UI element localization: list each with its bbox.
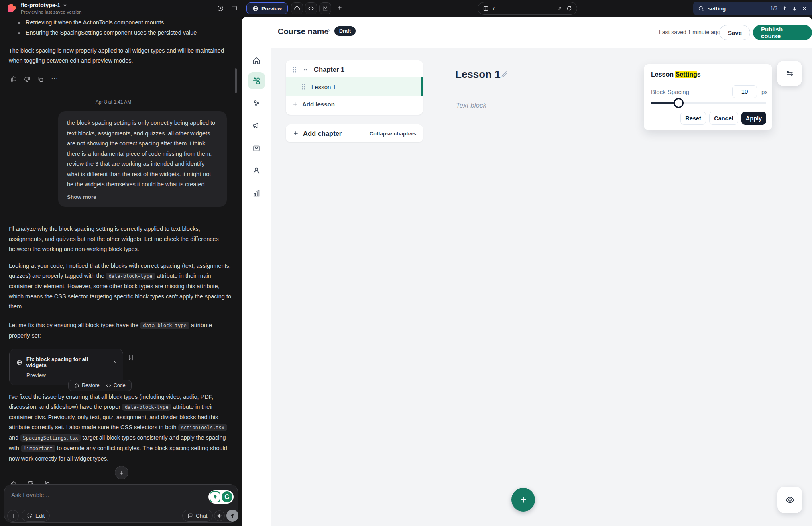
open-external-icon[interactable]: [557, 6, 562, 11]
topbar: flc-prototype-1 Previewing last saved ve…: [0, 0, 812, 17]
add-chapter-card: Add chapter Collapse chapters: [286, 124, 423, 142]
drag-handle-icon[interactable]: [292, 67, 297, 73]
publish-course-button[interactable]: Publish course: [753, 25, 812, 40]
preview-eye-button[interactable]: [777, 487, 802, 513]
settings-toggle-button[interactable]: [777, 61, 802, 86]
app-nav-rail: [242, 17, 271, 526]
draft-badge: Draft: [334, 26, 356, 36]
nav-courses-active[interactable]: [248, 72, 265, 89]
edit-lesson-title-icon[interactable]: [501, 71, 508, 78]
code-chip: data-block-type: [122, 404, 171, 411]
chapter-title: Chapter 1: [314, 66, 344, 73]
reset-button[interactable]: Reset: [680, 112, 706, 125]
assistant-paragraph: I'll analyze why the block spacing setti…: [9, 224, 229, 254]
assistant-paragraph: Looking at your code, I noticed that the…: [9, 261, 232, 312]
copy-icon[interactable]: [37, 76, 44, 82]
settings-title: Lesson Settings: [651, 71, 701, 78]
find-counter: 1/3: [771, 6, 777, 11]
find-next-icon[interactable]: [792, 6, 798, 12]
shapes-icon: [252, 76, 261, 85]
history-icon[interactable]: [217, 5, 224, 12]
code-chip: ActionTools.tsx: [178, 424, 227, 431]
voice-button[interactable]: [214, 510, 225, 521]
grammarly-widget[interactable]: G: [208, 490, 234, 504]
restore-icon: [74, 383, 79, 388]
thumbs-up-icon[interactable]: [10, 75, 17, 82]
text-block-placeholder[interactable]: Text block: [456, 102, 486, 110]
chevron-down-icon: [63, 3, 67, 8]
add-chapter-button[interactable]: Add chapter: [303, 130, 342, 137]
chat-panel: Retrieving it when the ActionTools compo…: [0, 17, 242, 526]
course-title: Course name: [278, 27, 329, 36]
send-button[interactable]: [226, 510, 238, 522]
restore-button[interactable]: Restore: [74, 383, 100, 388]
project-name: flc-prototype-1: [21, 2, 60, 8]
unit-label: px: [761, 88, 768, 95]
chat-scrollbar[interactable]: [235, 68, 237, 93]
add-lesson-button[interactable]: Add lesson: [286, 96, 423, 112]
lightbulb-icon: [210, 491, 220, 502]
last-saved-text: Last saved 1 minute ago: [659, 29, 720, 35]
sliders-icon: [786, 69, 794, 78]
cloud-icon: [294, 5, 300, 12]
find-close-icon[interactable]: [802, 6, 807, 11]
cancel-button[interactable]: Cancel: [709, 112, 738, 125]
nav-marketing-icon[interactable]: [252, 121, 261, 130]
save-button[interactable]: Save: [719, 25, 750, 40]
fix-card-preview-link[interactable]: Preview: [10, 368, 123, 378]
message-timestamp: Apr 8 at 1:41 AM: [0, 99, 227, 105]
apply-button[interactable]: Apply: [741, 112, 766, 125]
edit-course-name-icon[interactable]: [324, 28, 331, 35]
thumbs-down-icon[interactable]: [24, 76, 31, 83]
code-button[interactable]: [305, 2, 317, 14]
lovable-logo-icon[interactable]: [6, 3, 17, 14]
chat-bubble-icon: [187, 513, 193, 518]
lesson-settings-panel: Lesson Settings Block Spacing 10 px Rese…: [644, 64, 772, 130]
nav-store-icon[interactable]: [252, 144, 261, 153]
nav-analytics-icon[interactable]: [252, 189, 261, 198]
refresh-icon[interactable]: [566, 6, 572, 11]
lesson-list-item[interactable]: Lesson 1: [286, 77, 423, 96]
panel-toggle-icon[interactable]: [231, 5, 238, 12]
select-icon: [27, 513, 33, 518]
preview-button[interactable]: Preview: [246, 2, 288, 14]
cloud-button[interactable]: [291, 2, 303, 14]
chat-input-box[interactable]: Ask Lovable... G Edit Chat: [4, 484, 238, 523]
eye-icon: [785, 495, 795, 505]
scroll-to-bottom-button[interactable]: [115, 466, 128, 479]
more-actions-icon[interactable]: ⋯: [51, 74, 58, 83]
analytics-button[interactable]: [319, 2, 331, 14]
bullet-item: Ensuring the SpacingSettings component u…: [26, 28, 226, 38]
drag-handle-icon[interactable]: [301, 84, 306, 90]
slider-thumb[interactable]: [674, 98, 684, 108]
collapse-chapters-button[interactable]: Collapse chapters: [370, 130, 416, 137]
add-block-fab[interactable]: [511, 488, 535, 512]
block-spacing-input[interactable]: 10: [732, 85, 757, 98]
nav-community-icon[interactable]: [252, 99, 261, 108]
bookmark-icon[interactable]: [128, 354, 134, 361]
attach-button[interactable]: [7, 510, 19, 522]
edit-mode-button[interactable]: Edit: [22, 510, 50, 522]
code-chip: SpacingSettings.tsx: [20, 434, 81, 442]
chat-mode-button[interactable]: Chat: [182, 510, 213, 522]
assistant-summary: The block spacing is now properly applie…: [9, 46, 229, 66]
add-tab-icon[interactable]: [336, 4, 343, 11]
bullet-icon: [18, 22, 20, 24]
nav-home-icon[interactable]: [252, 56, 261, 65]
find-prev-icon[interactable]: [781, 6, 788, 12]
show-more-link[interactable]: Show more: [67, 194, 218, 200]
project-name-menu[interactable]: flc-prototype-1: [21, 2, 67, 8]
url-bar[interactable]: /: [478, 2, 577, 15]
grammarly-icon: G: [222, 491, 232, 502]
assistant-paragraph: I've fixed the issue by ensuring that al…: [9, 392, 234, 464]
collapse-chapter-icon[interactable]: [303, 67, 308, 73]
plus-icon: [519, 495, 528, 504]
plus-icon: [293, 130, 299, 137]
code-button[interactable]: Code: [106, 383, 126, 388]
assistant-paragraph: Let me fix this by ensuring all block ty…: [9, 320, 232, 341]
nav-profile-icon[interactable]: [252, 166, 261, 175]
code-chip: data-block-type: [106, 273, 155, 280]
find-input[interactable]: setting: [708, 6, 767, 12]
app-preview-window: Course name Draft Last saved 1 minute ag…: [242, 17, 812, 526]
globe-icon: [252, 6, 258, 12]
